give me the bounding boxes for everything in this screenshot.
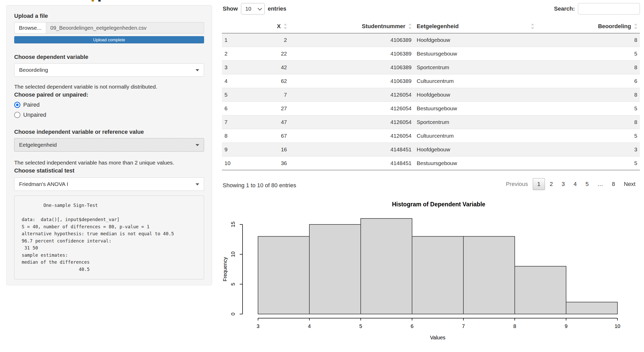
upload-file-label: Upload a file [14,13,204,19]
filename-field: 09_Beoordelingen_eetgelegenheden.csv [46,22,204,34]
chevron-down-icon [196,69,199,71]
sort-icon[interactable] [531,24,534,29]
dependent-variable-select[interactable]: Beoordeling [14,63,204,77]
radio-option-unpaired[interactable]: Unpaired [14,112,204,118]
table-cell: Hoofdgebouw [414,33,537,47]
data-table: XStudentnummerEetgelegenheidBeoordeling … [222,20,640,170]
dependent-variable-label: Choose dependent variable [14,54,204,60]
x-tick-label: 4 [308,323,311,329]
test-output: One-sample Sign-Test data: data()[, inpu… [14,195,204,279]
table-row[interactable]: 124106389Hoofdgebouw8 [222,33,640,47]
independent-variable-select[interactable]: Eetgelegenheid [14,138,204,152]
table-cell: Cultuurcentrum [414,74,537,88]
clipped-title-fragment [92,0,94,2]
column-header-beoordeling[interactable]: Beoordeling [537,20,640,33]
page-button-2[interactable]: 2 [546,178,557,190]
column-header-x[interactable]: X [239,20,289,33]
x-tick-label: 6 [410,323,413,329]
radio-icon[interactable] [14,102,20,108]
table-cell: Bestuursgebouw [414,102,537,115]
chevron-down-icon [196,144,199,146]
statistical-test-select[interactable]: Friedman's ANOVA I [14,177,204,191]
table-info: Showing 1 to 10 of 80 entries [223,182,296,189]
table-cell: 7 [222,115,239,129]
statistical-test-value: Friedman's ANOVA I [19,181,68,187]
table-row[interactable]: 6274126054Bestuursgebouw5 [222,102,640,115]
histogram-bar [309,224,361,314]
paired-radio-group: PairedUnpaired [14,101,204,118]
previous-button[interactable]: Previous [502,178,532,190]
table-cell: 36 [239,157,289,170]
sort-icon[interactable] [408,24,412,29]
table-row[interactable]: 8674126054Cultuurcentrum5 [222,129,640,143]
y-tick-label: 15 [230,222,236,227]
page-button-8[interactable]: 8 [608,178,619,190]
table-cell: 5 [222,88,239,102]
table-header: XStudentnummerEetgelegenheidBeoordeling [222,20,640,33]
x-tick-label: 3 [256,323,259,329]
table-cell: 5 [537,102,640,115]
table-cell: Bestuursgebouw [414,47,537,61]
column-header-studentnummer[interactable]: Studentnummer [289,20,414,33]
table-cell: 4 [222,74,239,88]
chevron-down-icon [196,183,199,185]
table-cell: 6 [222,102,239,115]
normality-note: The selected dependent variable is not n… [14,83,204,90]
table-cell: 9 [222,143,239,157]
page-button-5[interactable]: 5 [582,178,592,190]
column-header-label: Studentnummer [362,23,405,29]
table-cell: 4126054 [289,88,414,102]
column-header-label: Beoordeling [598,23,631,29]
page-length-select[interactable]: 10 [241,3,265,14]
y-axis-label: Frequency [222,257,228,281]
histogram-bar [463,236,515,314]
main-panel: Show 10 entries Search: XStudentnummerEe… [222,0,640,352]
table-cell: 47 [239,115,289,129]
table-cell: 4106389 [289,47,414,61]
table-row[interactable]: 2224106389Bestuursgebouw5 [222,47,640,61]
app-canvas: Upload a file Browse... 09_Beoordelingen… [0,0,644,352]
table-row[interactable]: 3424106389Sportcentrum8 [222,61,640,74]
table-cell: 4126054 [289,129,414,143]
table-cell: Bestuursgebouw [414,157,537,170]
next-button[interactable]: Next [620,178,639,190]
table-cell: 6 [537,74,640,88]
page-button-1[interactable]: 1 [533,178,545,190]
radio-label: Paired [23,101,40,108]
y-tick-label: 10 [230,252,236,257]
sort-icon[interactable] [634,24,637,29]
sidebar-panel: Upload a file Browse... 09_Beoordelingen… [6,5,212,285]
radio-option-paired[interactable]: Paired [14,101,204,108]
column-header-eetgelegenheid[interactable]: Eetgelegenheid [414,20,537,33]
x-tick-label: 9 [565,323,567,329]
radio-label: Unpaired [23,112,46,118]
table-cell: 4126054 [289,102,414,115]
table-row[interactable]: 4624106389Cultuurcentrum6 [222,74,640,88]
table-row[interactable]: 10364148451Bestuursgebouw5 [222,157,640,170]
browse-button[interactable]: Browse... [14,22,46,34]
table-row[interactable]: 574126054Hoofdgebouw8 [222,88,640,102]
table-cell: 4148451 [289,157,414,170]
table-row[interactable]: 7474126054Sportcentrum8 [222,115,640,129]
table-cell: 42 [239,61,289,74]
table-cell: 4106389 [289,74,414,88]
radio-icon[interactable] [14,112,20,118]
histogram-bar [258,236,309,314]
table-row[interactable]: 9164148451Hoofdgebouw3 [222,143,640,157]
table-cell: 8 [537,88,640,102]
column-header-label: X [277,23,281,29]
table-cell: 2 [222,47,239,61]
page-button-4[interactable]: 4 [570,178,581,190]
chart-title: Histogram of Dependent Variable [240,201,637,208]
chevron-down-icon [257,6,262,11]
search-input[interactable] [578,3,640,14]
page-length-value: 10 [245,6,251,12]
histogram-bar [515,266,566,314]
table-cell: 4106389 [289,33,414,47]
pagination: Previous12345…8Next [502,178,640,190]
table-cell: Cultuurcentrum [414,129,537,143]
sort-icon[interactable] [284,24,287,29]
page-button-3[interactable]: 3 [558,178,569,190]
x-axis-label: Values [430,335,446,340]
y-tick-label: 0 [230,312,236,315]
